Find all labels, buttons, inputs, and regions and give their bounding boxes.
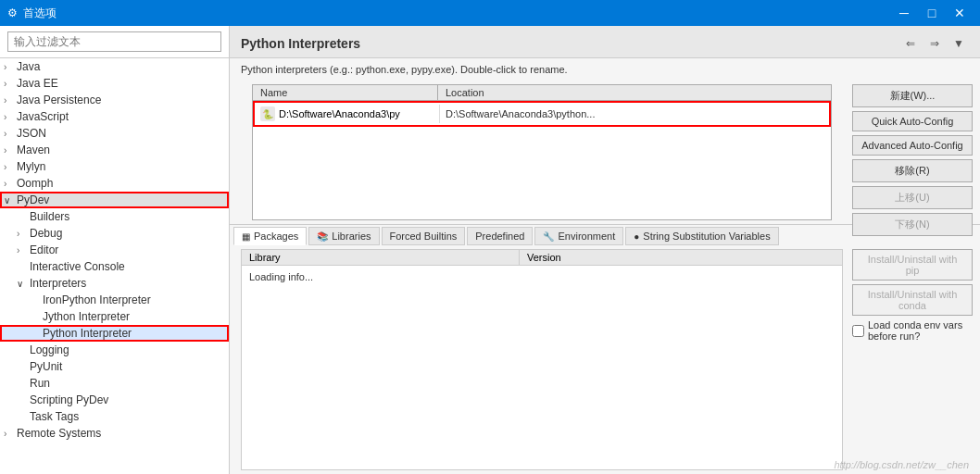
close-button[interactable]: ✕ [947, 0, 973, 26]
sidebar-item-pydev[interactable]: ∨ PyDev [0, 192, 229, 208]
sidebar-item-label: Debug [30, 227, 225, 240]
interpreter-table: Name Location 🐍 D:\Software\Anaconda3\py… [252, 84, 832, 220]
chevron-icon: › [4, 179, 17, 189]
remove-button[interactable]: 移除(R) [852, 159, 973, 182]
load-conda-checkbox[interactable] [852, 325, 864, 337]
load-conda-row: Load conda env vars before run? [852, 319, 973, 342]
sidebar-item-ironpython-interpreter[interactable]: IronPython Interpreter [0, 292, 229, 308]
environment-tab-icon: 🔧 [543, 231, 554, 242]
sidebar-item-javaee[interactable]: › Java EE [0, 75, 229, 92]
sidebar-item-javapersistence[interactable]: › Java Persistence [0, 92, 229, 108]
app-icon: ⚙ [7, 6, 18, 19]
interpreter-description: Python interpreters (e.g.: python.exe, p… [230, 58, 980, 81]
sidebar-item-label: JSON [17, 127, 225, 140]
sidebar-item-json[interactable]: › JSON [0, 125, 229, 142]
app-title: 首选项 [23, 6, 57, 21]
upper-section: Name Location 🐍 D:\Software\Anaconda3\py… [230, 81, 980, 224]
version-col-header: Version [520, 250, 842, 265]
watermark: http://blog.csdn.net/zw__chen [834, 459, 969, 470]
chevron-icon: › [17, 245, 30, 256]
title-bar-controls: ─ □ ✕ [891, 0, 973, 26]
bottom-table-header: Library Version [242, 250, 842, 266]
sidebar-item-python-interpreter[interactable]: Python Interpreter [0, 325, 229, 342]
sidebar-item-mylyn[interactable]: › Mylyn [0, 158, 229, 175]
install-pip-button[interactable]: Install/Uninstall with pip [852, 249, 973, 281]
sidebar-item-builders[interactable]: Builders [0, 208, 229, 225]
tab-libraries[interactable]: 📚 Libraries [308, 227, 379, 245]
sidebar-item-label: Interpreters [30, 277, 225, 290]
minimize-button[interactable]: ─ [891, 0, 917, 26]
sidebar-item-editor[interactable]: › Editor [0, 242, 229, 258]
chevron-icon: › [4, 145, 17, 156]
move-up-button[interactable]: 上移(U) [852, 186, 973, 209]
advanced-auto-config-button[interactable]: Advanced Auto-Config [852, 135, 973, 156]
table-row[interactable]: 🐍 D:\Software\Anaconda3\py D:\Software\A… [253, 101, 831, 127]
maximize-button[interactable]: □ [919, 0, 945, 26]
tab-label: String Substitution Variables [643, 231, 770, 242]
sidebar-item-jython-interpreter[interactable]: Jython Interpreter [0, 308, 229, 325]
sidebar-item-label: Editor [30, 243, 225, 256]
title-bar: ⚙ 首选项 ─ □ ✕ [0, 0, 980, 26]
sidebar-item-label: Interactive Console [30, 260, 225, 273]
tab-predefined[interactable]: Predefined [467, 227, 533, 245]
sidebar-item-pyunit[interactable]: PyUnit [0, 358, 229, 375]
chevron-icon: › [4, 429, 17, 439]
page-title: Python Interpreters [241, 36, 360, 51]
sidebar: › Java › Java EE › Java Persistence › Ja… [0, 26, 230, 474]
sidebar-item-task-tags[interactable]: Task Tags [0, 408, 229, 425]
sidebar-item-remote-systems[interactable]: › Remote Systems [0, 425, 229, 442]
sidebar-item-oomph[interactable]: › Oomph [0, 175, 229, 192]
packages-tab-icon: ▦ [242, 231, 250, 242]
tab-string-substitution[interactable]: ● String Substitution Variables [625, 227, 778, 245]
sidebar-item-label: Remote Systems [17, 427, 225, 440]
sidebar-item-scripting-pydev[interactable]: Scripting PyDev [0, 392, 229, 408]
sidebar-item-maven[interactable]: › Maven [0, 142, 229, 158]
tab-label: Environment [558, 231, 615, 242]
sidebar-item-interpreters[interactable]: ∨ Interpreters [0, 275, 229, 292]
row-name-cell: 🐍 D:\Software\Anaconda3\py [255, 105, 440, 123]
chevron-icon: ∨ [4, 195, 17, 206]
nav-forward-button[interactable]: ⇒ [924, 33, 945, 54]
python-icon: 🐍 [260, 106, 275, 121]
install-conda-button[interactable]: Install/Uninstall with conda [852, 284, 973, 316]
interpreter-table-wrapper: Name Location 🐍 D:\Software\Anaconda3\py… [241, 84, 843, 220]
move-down-button[interactable]: 下移(N) [852, 213, 973, 236]
sidebar-item-label: Task Tags [30, 410, 225, 423]
nav-dropdown-button[interactable]: ▼ [949, 33, 969, 54]
tab-packages[interactable]: ▦ Packages [233, 227, 307, 245]
string-sub-tab-icon: ● [634, 231, 639, 242]
sidebar-item-debug[interactable]: › Debug [0, 225, 229, 242]
sidebar-item-label: Maven [17, 143, 225, 156]
tab-forced-builtins[interactable]: Forced Builtins [382, 227, 466, 245]
sidebar-item-java[interactable]: › Java [0, 58, 229, 75]
sidebar-item-run[interactable]: Run [0, 375, 229, 392]
bottom-table: Library Version Loading info... [241, 249, 843, 470]
table-header: Name Location [253, 85, 831, 101]
library-col-header: Library [242, 250, 520, 265]
table-empty-area [253, 127, 831, 219]
row-location-cell: D:\Software\Anaconda3\python... [440, 106, 829, 121]
search-input[interactable] [7, 31, 221, 52]
chevron-icon: › [4, 62, 17, 72]
sidebar-item-label: Jython Interpreter [43, 310, 225, 323]
sidebar-item-label: Logging [30, 343, 225, 356]
tab-label: Forced Builtins [390, 231, 458, 242]
side-buttons: 新建(W)... Quick Auto-Config Advanced Auto… [852, 84, 973, 236]
sidebar-item-logging[interactable]: Logging [0, 342, 229, 358]
col-location-header: Location [438, 85, 831, 100]
tab-label: Packages [254, 231, 298, 242]
chevron-icon: › [4, 95, 17, 106]
new-button[interactable]: 新建(W)... [852, 84, 973, 107]
sidebar-item-javascript[interactable]: › JavaScript [0, 108, 229, 125]
sidebar-item-label: Mylyn [17, 160, 225, 173]
tab-environment[interactable]: 🔧 Environment [534, 227, 623, 245]
tree-container: › Java › Java EE › Java Persistence › Ja… [0, 58, 229, 474]
chevron-icon: › [4, 112, 17, 122]
sidebar-item-label: Scripting PyDev [30, 393, 225, 406]
title-bar-left: ⚙ 首选项 [7, 6, 57, 21]
quick-auto-config-button[interactable]: Quick Auto-Config [852, 111, 973, 131]
nav-back-button[interactable]: ⇐ [900, 33, 921, 54]
sidebar-item-interactive-console[interactable]: Interactive Console [0, 258, 229, 275]
chevron-icon: ∨ [17, 279, 30, 289]
sidebar-item-label: Java EE [17, 77, 225, 90]
